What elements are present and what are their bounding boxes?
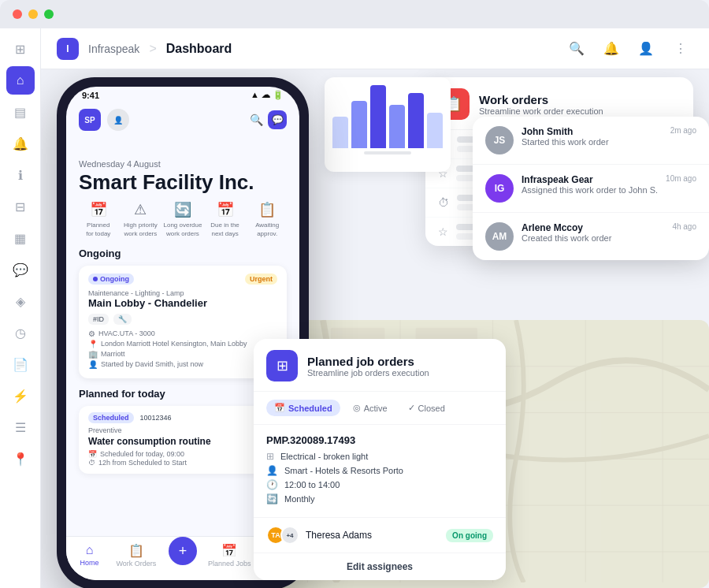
phone-nav-add[interactable]: + bbox=[159, 543, 206, 568]
wo-title: Main Lobby - Chandelier bbox=[88, 297, 277, 309]
phone-nav-work-orders[interactable]: 📋 Work Orders bbox=[113, 543, 159, 568]
phone-date: Wednesday 4 August bbox=[66, 159, 299, 169]
activity-avatar-3: AM bbox=[485, 222, 514, 251]
phone-stat-planned[interactable]: 📅 Plannedfor today bbox=[79, 201, 118, 238]
sidebar-icon-chart[interactable]: ▤ bbox=[6, 98, 35, 126]
chart-bar-3 bbox=[370, 85, 386, 148]
phone-stat-overdue[interactable]: 🔄 Long overduework orders bbox=[163, 201, 202, 238]
chart-panel bbox=[325, 77, 451, 172]
phone-user-avatar[interactable]: 👤 bbox=[107, 109, 129, 131]
browser-dot-green[interactable] bbox=[44, 9, 54, 19]
phone-company-name: Smart Facility Inc. bbox=[66, 169, 299, 201]
phone-stat-awaiting[interactable]: 📋 Awaitingapprov. bbox=[247, 201, 287, 238]
phone-ongoing-label: Ongoing bbox=[66, 244, 299, 262]
phone-search-icon[interactable]: 🔍 bbox=[250, 114, 263, 126]
browser-dot-red[interactable] bbox=[13, 9, 22, 19]
sidebar-icon-clock[interactable]: ◷ bbox=[6, 318, 35, 347]
activity-name-3: Arlene Mccoy bbox=[522, 222, 664, 233]
planned-panel-icon: ⊞ bbox=[266, 350, 298, 381]
badge-scheduled: Scheduled bbox=[88, 412, 134, 423]
activity-desc-1: Started this work order bbox=[522, 137, 663, 147]
work-orders-panel-title: Work orders bbox=[479, 93, 603, 106]
planned-title: Water consumption routine bbox=[88, 436, 277, 447]
activity-avatar-1: JS bbox=[485, 126, 514, 154]
phone-nav-planned-jobs[interactable]: 📅 Planned Jobs bbox=[206, 543, 253, 568]
phone-stat-due[interactable]: 📅 Due in thenext days bbox=[206, 201, 245, 238]
activity-text-3: Arlene Mccoy Created this work order bbox=[522, 222, 664, 243]
work-orders-panel-subtitle: Streamline work order execution bbox=[479, 106, 603, 116]
avatar-stack: TA +4 bbox=[266, 526, 299, 545]
badge-ongoing-green: On going bbox=[446, 529, 493, 542]
nav-separator: > bbox=[149, 42, 156, 56]
more-icon[interactable]: ⋮ bbox=[668, 36, 693, 61]
wo-location: 📍 London Marriott Hotel Kensington, Main… bbox=[88, 340, 277, 348]
phone-time: 9:41 bbox=[82, 91, 99, 100]
activity-item-2: IG Infraspeak Gear Assigned this work or… bbox=[473, 165, 709, 213]
wo-tag-id: #ID bbox=[88, 314, 109, 325]
sidebar: ⊞ ⌂ ▤ 🔔 ℹ ⊟ ▦ 💬 ◈ ◷ 📄 ⚡ ☰ 📍 bbox=[0, 28, 41, 588]
sidebar-icon-list[interactable]: ☰ bbox=[6, 413, 35, 441]
activity-time-1: 2m ago bbox=[670, 126, 696, 135]
planned-scheduled: 📅 Scheduled for today, 09:00 bbox=[88, 450, 277, 458]
user-icon[interactable]: 👤 bbox=[633, 36, 659, 61]
page-title: Dashboard bbox=[166, 42, 232, 56]
badge-urgent: Urgent bbox=[245, 274, 277, 285]
search-icon[interactable]: 🔍 bbox=[564, 36, 589, 61]
notification-icon[interactable]: 🔔 bbox=[599, 36, 624, 61]
activity-item-1: JS John Smith Started this work order 2m… bbox=[473, 117, 709, 165]
sidebar-icon-layers[interactable]: ⊟ bbox=[6, 192, 35, 221]
chart-bar-5 bbox=[408, 93, 424, 148]
tab-scheduled[interactable]: 📅 Scheduled bbox=[266, 400, 340, 416]
sidebar-icon-stack[interactable]: ▦ bbox=[6, 224, 35, 252]
browser-dot-yellow[interactable] bbox=[28, 9, 38, 19]
planned-panel-info: Planned job orders Streamline job orders… bbox=[307, 355, 429, 378]
planned-assignees: TA +4 Theresa Adams On going bbox=[254, 517, 506, 553]
activity-time-3: 4h ago bbox=[672, 222, 696, 231]
wo-list-clock-icon-2: ⏱ bbox=[438, 196, 449, 209]
sidebar-icon-home[interactable]: ⌂ bbox=[6, 66, 35, 95]
wo-ref: ⚙ HVAC.UTA - 3000 bbox=[88, 329, 277, 338]
main-content: I Infraspeak > Dashboard 🔍 🔔 👤 ⋮ bbox=[41, 28, 709, 588]
assignee-name: Theresa Adams bbox=[306, 530, 372, 541]
tab-closed[interactable]: ✓ Closed bbox=[400, 400, 453, 416]
chart-bar-1 bbox=[332, 117, 348, 148]
phone-stat-high-priority[interactable]: ⚠ High prioritywork orders bbox=[121, 201, 161, 238]
chart-bar-4 bbox=[389, 105, 405, 148]
phone-stats-row: 📅 Plannedfor today ⚠ High prioritywork o… bbox=[66, 201, 299, 244]
sidebar-icon-info[interactable]: ℹ bbox=[6, 161, 35, 189]
sidebar-icon-filter[interactable]: ◈ bbox=[6, 287, 35, 315]
activity-panel: JS John Smith Started this work order 2m… bbox=[473, 117, 709, 260]
sidebar-icon-bell[interactable]: 🔔 bbox=[6, 129, 35, 158]
phone-logo: SP bbox=[79, 109, 101, 131]
wo-started-by: 👤 Started by David Smith, just now bbox=[88, 360, 277, 369]
sidebar-icon-grid[interactable]: ⊞ bbox=[6, 35, 35, 63]
sidebar-icon-message[interactable]: 💬 bbox=[6, 255, 35, 284]
sidebar-icon-doc[interactable]: 📄 bbox=[6, 350, 35, 378]
sidebar-icon-pin[interactable]: 📍 bbox=[6, 445, 35, 473]
phone-nav-home[interactable]: ⌂ Home bbox=[66, 543, 113, 568]
phone-status-icons: ▲ ☁ 🔋 bbox=[251, 90, 284, 100]
phone-top-row: SP 👤 🔍 💬 bbox=[66, 109, 299, 131]
tab-active[interactable]: ◎ Active bbox=[345, 400, 395, 416]
activity-time-2: 10m ago bbox=[666, 174, 696, 183]
badge-ongoing: Ongoing bbox=[88, 274, 134, 285]
activity-desc-2: Assigned this work order to John S. bbox=[522, 185, 658, 195]
planned-order-time: 🕐 12:00 to 14:00 bbox=[266, 479, 493, 490]
planned-order-location: 👤 Smart - Hotels & Resorts Porto bbox=[266, 465, 493, 476]
wo-client: 🏢 Marriott bbox=[88, 350, 277, 359]
phone-chat-icon[interactable]: 💬 bbox=[268, 110, 287, 129]
planned-order-details: PMP.320089.17493 ⊞ Electrical - broken l… bbox=[254, 425, 506, 517]
planned-order-frequency: 🔄 Monthly bbox=[266, 493, 493, 504]
browser-chrome bbox=[0, 0, 709, 28]
edit-assignees-button[interactable]: Edit assignees bbox=[254, 553, 506, 580]
planned-panel: ⊞ Planned job orders Streamline job orde… bbox=[254, 339, 506, 580]
planned-panel-title: Planned job orders bbox=[307, 355, 429, 368]
planned-tabs: 📅 Scheduled ◎ Active ✓ Closed bbox=[254, 392, 506, 425]
chart-bar-2 bbox=[351, 101, 367, 148]
wo-list-star-icon-2: ☆ bbox=[438, 225, 448, 238]
activity-name-1: John Smith bbox=[522, 126, 663, 137]
phone-status-bar: 9:41 ▲ ☁ 🔋 bbox=[66, 87, 299, 100]
work-orders-panel-info: Work orders Streamline work order execut… bbox=[479, 93, 603, 116]
activity-text-1: John Smith Started this work order bbox=[522, 126, 663, 147]
sidebar-icon-bolt[interactable]: ⚡ bbox=[6, 381, 35, 410]
